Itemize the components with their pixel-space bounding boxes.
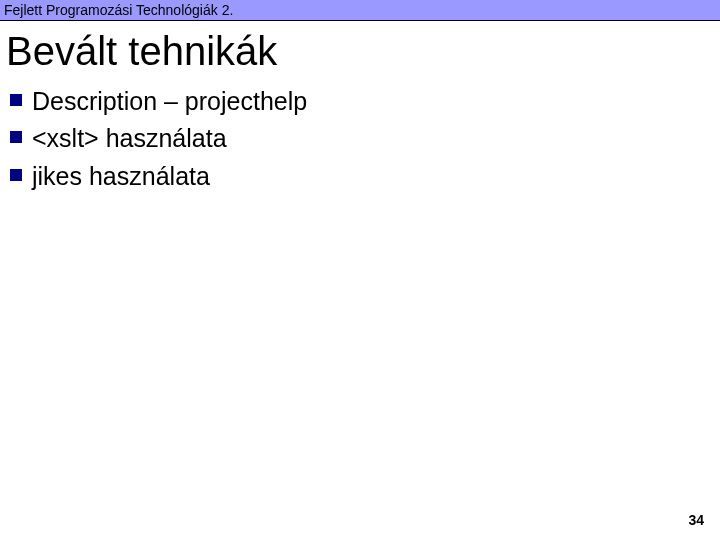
bullet-text: <xslt> használata — [32, 123, 227, 154]
square-bullet-icon — [10, 131, 22, 143]
square-bullet-icon — [10, 169, 22, 181]
list-item: Description – projecthelp — [10, 86, 720, 117]
slide-title: Bevált tehnikák — [0, 21, 720, 86]
page-number: 34 — [688, 512, 704, 528]
list-item: <xslt> használata — [10, 123, 720, 154]
bullet-text: jikes használata — [32, 161, 210, 192]
course-title: Fejlett Programozási Technológiák 2. — [4, 2, 233, 18]
bullet-text: Description – projecthelp — [32, 86, 307, 117]
bullet-list: Description – projecthelp <xslt> használ… — [0, 86, 720, 192]
list-item: jikes használata — [10, 161, 720, 192]
square-bullet-icon — [10, 94, 22, 106]
header-bar: Fejlett Programozási Technológiák 2. — [0, 0, 720, 21]
